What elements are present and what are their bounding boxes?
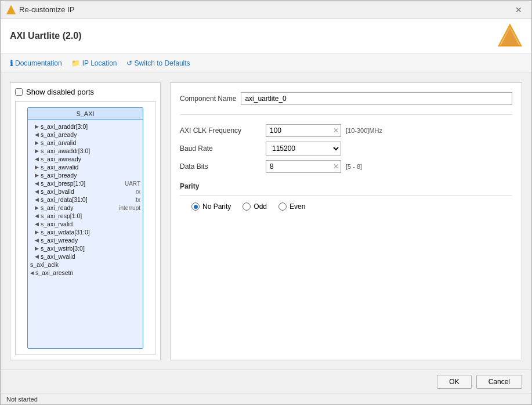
list-item: ▶s_axi_wstrb[3:0] <box>28 244 143 252</box>
axi-clk-input-wrap: ✕ <box>266 124 341 137</box>
title-bar-left: Re-customize IP <box>6 5 74 15</box>
baud-rate-select[interactable]: 9600 19200 38400 57600 115200 230400 <box>266 142 341 156</box>
baud-rate-row: Baud Rate 9600 19200 38400 57600 115200 … <box>180 142 512 156</box>
cancel-button[interactable]: Cancel <box>476 375 522 389</box>
right-panel: Component Name AXI CLK Frequency ✕ [10-3… <box>170 82 522 360</box>
parity-section: Parity No Parity Odd <box>180 182 512 211</box>
radio-odd[interactable] <box>243 202 251 211</box>
port-diagram: S_AXI ▶s_axi_araddr[3:0] ◀s_axi_aready ▶… <box>15 101 155 355</box>
close-button[interactable]: ✕ <box>512 5 526 15</box>
folder-icon: 📁 <box>71 59 80 67</box>
list-item: ▶s_axi_readyinterrupt <box>28 204 143 212</box>
data-bits-label: Data Bits <box>180 162 261 171</box>
parity-even[interactable]: Even <box>278 202 305 211</box>
status-text: Not started <box>6 396 38 403</box>
parity-odd[interactable]: Odd <box>243 202 267 211</box>
show-disabled-checkbox[interactable] <box>15 88 23 96</box>
list-item: ◀s_axi_resp[1:0] <box>28 212 143 220</box>
title-bar: Re-customize IP ✕ <box>1 1 531 19</box>
component-name-label: Component Name <box>180 95 236 103</box>
switch-defaults-label: Switch to Defaults <box>135 59 190 67</box>
list-item: ◀s_axi_wvalid <box>28 252 143 261</box>
info-icon: ℹ <box>10 59 13 68</box>
show-disabled-row: Show disabled ports <box>15 88 155 96</box>
list-item: s_axi_aclk <box>28 261 143 269</box>
parity-no-parity[interactable]: No Parity <box>191 202 231 211</box>
documentation-label: Documentation <box>15 59 62 67</box>
data-bits-input[interactable] <box>266 160 341 173</box>
data-bits-input-wrap: ✕ <box>266 160 341 173</box>
data-bits-row: Data Bits ✕ [5 - 8] <box>180 160 512 173</box>
axi-clk-label: AXI CLK Frequency <box>180 126 261 135</box>
parity-even-label: Even <box>289 202 305 211</box>
switch-defaults-link[interactable]: ↺ Switch to Defaults <box>126 59 190 67</box>
list-item: ▶s_axi_bready <box>28 171 143 179</box>
axi-clk-clear-button[interactable]: ✕ <box>333 127 339 134</box>
product-title: AXI Uartlite (2.0) <box>10 31 82 41</box>
status-bar: Not started <box>1 393 531 404</box>
port-list: ▶s_axi_araddr[3:0] ◀s_axi_aready ▶s_axi_… <box>28 120 143 344</box>
product-bar: AXI Uartlite (2.0) <box>1 19 531 53</box>
right-panel-spacer <box>180 218 512 350</box>
ip-location-link[interactable]: 📁 IP Location <box>71 59 117 67</box>
ok-button[interactable]: OK <box>437 375 471 389</box>
baud-rate-label: Baud Rate <box>180 144 261 153</box>
main-window: Re-customize IP ✕ AXI Uartlite (2.0) ℹ D… <box>0 0 532 405</box>
list-item: ◀s_axi_bvalidrx <box>28 187 143 196</box>
ip-location-label: IP Location <box>82 59 117 67</box>
window-icon <box>6 5 16 15</box>
product-logo <box>498 24 522 48</box>
parity-options: No Parity Odd Even <box>180 202 512 211</box>
list-item: ◀s_axi_rvalid <box>28 220 143 228</box>
list-item: ◀s_axi_aready <box>28 131 143 139</box>
axi-clk-input[interactable] <box>266 124 341 137</box>
component-name-row: Component Name <box>180 92 512 105</box>
list-item: ◀s_axi_awready <box>28 155 143 163</box>
bottom-bar: OK Cancel <box>1 370 531 393</box>
list-item: ◀s_axi_bresp[1:0]UART <box>28 179 143 187</box>
list-item: ◀s_axi_wready <box>28 236 143 244</box>
radio-even[interactable] <box>278 202 287 211</box>
data-bits-clear-button[interactable]: ✕ <box>333 163 339 170</box>
list-item: ▶s_axi_araddr[3:0] <box>28 122 143 131</box>
list-item: ▶s_axi_awvalid <box>28 163 143 171</box>
data-bits-hint: [5 - 8] <box>346 163 362 170</box>
parity-divider <box>180 195 512 196</box>
port-block: S_AXI ▶s_axi_araddr[3:0] ◀s_axi_aready ▶… <box>27 107 143 349</box>
port-block-header: S_AXI <box>28 108 143 120</box>
axi-clk-row: AXI CLK Frequency ✕ [10-300]MHz <box>180 124 512 137</box>
list-item: ◀s_axi_rdata[31:0]tx <box>28 196 143 204</box>
toolbar: ℹ Documentation 📁 IP Location ↺ Switch t… <box>1 53 531 73</box>
refresh-icon: ↺ <box>126 59 132 67</box>
main-content: Show disabled ports S_AXI ▶s_axi_araddr[… <box>1 73 531 370</box>
divider-1 <box>180 114 512 115</box>
left-panel: Show disabled ports S_AXI ▶s_axi_araddr[… <box>10 82 161 360</box>
documentation-link[interactable]: ℹ Documentation <box>10 59 62 68</box>
list-item: ◀s_axi_aresetn <box>28 269 143 277</box>
list-item: ▶s_axi_awaddr[3:0] <box>28 147 143 155</box>
parity-odd-label: Odd <box>254 202 267 211</box>
list-item: ▶s_axi_wdata[31:0] <box>28 228 143 236</box>
axi-clk-hint: [10-300]MHz <box>346 127 382 134</box>
parity-no-parity-label: No Parity <box>202 202 231 211</box>
parity-label: Parity <box>180 182 512 190</box>
component-name-input[interactable] <box>241 92 512 105</box>
svg-marker-2 <box>500 26 520 46</box>
window-title: Re-customize IP <box>19 5 74 14</box>
radio-no-parity[interactable] <box>191 202 200 211</box>
list-item: ▶s_axi_arvalid <box>28 139 143 147</box>
params-grid: AXI CLK Frequency ✕ [10-300]MHz Baud Rat… <box>180 124 512 173</box>
show-disabled-label: Show disabled ports <box>26 88 94 96</box>
radio-no-parity-fill <box>194 205 198 209</box>
